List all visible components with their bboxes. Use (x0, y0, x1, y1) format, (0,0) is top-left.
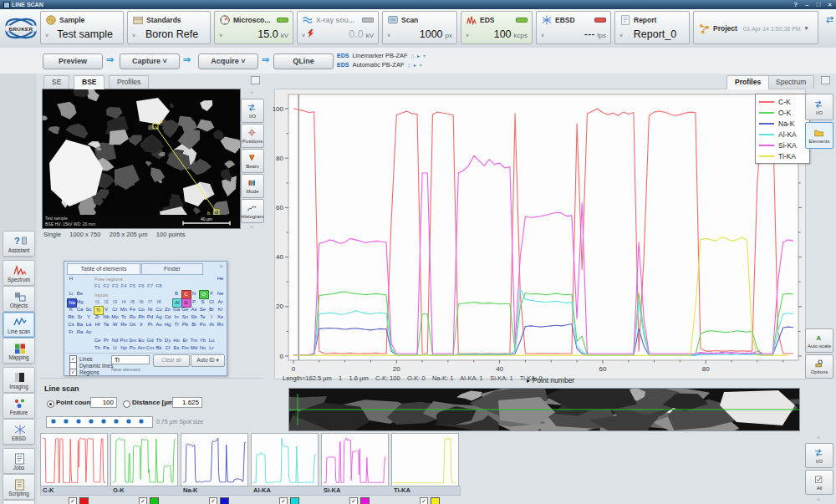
element-cell-Cu[interactable]: Cu (155, 306, 163, 313)
image-tool-beam[interactable]: Beam (241, 149, 264, 173)
method-run-icon[interactable]: ▸ (414, 62, 416, 68)
clear-all-button[interactable]: Clear all (153, 354, 190, 367)
element-cell-Hf[interactable]: Hf (94, 321, 102, 328)
element-cell-F6[interactable]: F6 (137, 283, 145, 290)
element-cell-Pm[interactable]: Pm (120, 337, 128, 344)
element-cell-I[interactable]: I (207, 313, 216, 321)
element-cell-Tm[interactable]: Tm (190, 337, 198, 344)
chevron-down-icon[interactable]: ˅ (541, 33, 544, 38)
thumbnail-checkbox[interactable]: ✓ (139, 497, 147, 504)
element-cell-Cm[interactable]: Cm (146, 344, 155, 352)
element-cell-Zr[interactable]: Zr (94, 313, 102, 321)
element-cell-Ca[interactable]: Ca (76, 306, 84, 313)
element-cell-Pd[interactable]: Pd (146, 313, 155, 321)
image-tool-mode[interactable]: Mode (241, 174, 264, 198)
element-cell-Nd[interactable]: Nd (111, 337, 120, 344)
sidebar-item-assistant[interactable]: ?Assistant (3, 231, 35, 257)
point-count-radio[interactable] (47, 400, 54, 408)
element-cell-I7[interactable]: I7 (146, 298, 155, 306)
element-cell-He[interactable]: He (217, 275, 225, 283)
side-button-io[interactable]: I/O (805, 94, 833, 120)
method-row[interactable]: EDSLinemarker PB-ZAF▯▸▾ (337, 51, 496, 60)
chevron-down-icon[interactable]: ˅ (808, 497, 829, 503)
element-cell-Ar[interactable]: Ar (217, 298, 225, 306)
element-cell-Cs[interactable]: Cs (67, 321, 75, 328)
element-cell-Xe[interactable]: Xe (217, 313, 225, 321)
element-cell-F4[interactable]: F4 (120, 283, 128, 290)
element-cell-Am[interactable]: Am (137, 344, 145, 352)
workflow-button-capture[interactable]: Capture ˅ (120, 53, 180, 69)
element-cell-Sn[interactable]: Sn (181, 313, 190, 321)
sidebar-item-objects[interactable]: Objects (3, 286, 35, 312)
element-cell-Po[interactable]: Po (199, 321, 207, 328)
thumbnail-checkbox[interactable]: ✓ (69, 497, 77, 504)
method-row[interactable]: EDSAutomatic PB-ZAF▯▸▾ (337, 60, 496, 69)
element-cell-Li[interactable]: Li (67, 290, 75, 298)
new-element-input[interactable] (111, 355, 150, 364)
side-button-elements[interactable]: Elements (805, 122, 833, 149)
element-cell-Pr[interactable]: Pr (102, 337, 110, 344)
element-cell-Ag[interactable]: Ag (155, 313, 163, 321)
element-cell-Th[interactable]: Th (94, 344, 102, 352)
element-cell-Fm[interactable]: Fm (181, 344, 190, 352)
element-cell-F8[interactable]: F8 (155, 283, 163, 290)
sidebar-item-imaging[interactable]: Imaging (3, 367, 35, 393)
element-cell-Yb[interactable]: Yb (199, 337, 207, 344)
element-cell-Zn[interactable]: Zn (164, 306, 172, 313)
sidebar-item-spectrum[interactable]: Spectrum (3, 260, 35, 286)
element-cell-W[interactable]: W (111, 321, 120, 328)
element-cell-P[interactable]: P (190, 298, 198, 306)
thumbnail-chart-si-ka[interactable] (321, 433, 389, 486)
element-cell-Bk[interactable]: Bk (155, 344, 163, 352)
linescan-strip-image[interactable] (288, 388, 800, 431)
chevron-down-icon[interactable]: ˅ (387, 33, 390, 38)
element-cell-I3[interactable]: I3 (111, 298, 120, 306)
image-tool-positions[interactable]: Positions (241, 124, 264, 148)
element-cell-In[interactable]: In (172, 313, 181, 321)
thumbnail-chart-ti-ka[interactable] (391, 433, 459, 486)
element-cell-Rn[interactable]: Rn (217, 321, 225, 328)
chevron-down-icon[interactable]: ▾ (805, 25, 808, 32)
toolbar-group-project[interactable]: Project03-Apr-14 1:50:38 PM▾ (693, 11, 818, 44)
element-cell-F2[interactable]: F2 (102, 283, 110, 290)
element-cell-Gd[interactable]: Gd (146, 337, 155, 344)
method-run-icon[interactable]: ▸ (417, 53, 420, 59)
sidebar-item-mapping[interactable]: Mapping (3, 338, 35, 364)
element-cell-Fe[interactable]: Fe (129, 306, 137, 313)
toolbar-group-microscope[interactable]: Microsco...˅15.0kV (214, 11, 293, 44)
distance-radio[interactable] (123, 400, 130, 408)
element-cell-Cr[interactable]: Cr (111, 306, 120, 313)
chevron-down-icon[interactable]: ˅ (219, 33, 222, 38)
checkbox-icon[interactable]: ✓ (69, 369, 77, 376)
chevron-up-icon[interactable]: ˄ (241, 90, 263, 96)
element-cell-H[interactable]: H (67, 275, 75, 283)
chevron-down-icon[interactable]: ˅ (132, 33, 135, 38)
element-cell-B[interactable]: B (172, 290, 181, 298)
tab-se[interactable]: SE (43, 75, 69, 89)
element-cell-S[interactable]: S (199, 298, 207, 306)
element-cell-I6[interactable]: I6 (137, 298, 145, 306)
element-cell-I2[interactable]: I2 (102, 298, 110, 306)
checkbox-regions[interactable]: ✓Regions (69, 369, 99, 376)
restore-button[interactable]: □ (816, 0, 820, 9)
element-cell-F3[interactable]: F3 (111, 283, 120, 290)
close-icon[interactable]: × (219, 262, 223, 270)
sidebar-item-line-scan[interactable]: Line scan (3, 312, 35, 338)
element-cell-Bi[interactable]: Bi (190, 321, 198, 328)
thumbnail-checkbox[interactable]: ✓ (349, 497, 358, 504)
chevron-down-icon[interactable]: ▾ (423, 53, 426, 59)
element-cell-Co[interactable]: Co (137, 306, 145, 313)
element-cell-I1[interactable]: I1 (94, 298, 102, 306)
tab-finder[interactable]: Finder (141, 263, 203, 275)
element-cell-Sb[interactable]: Sb (190, 313, 198, 321)
element-cell-N[interactable]: N (190, 290, 198, 298)
thumbnail-checkbox[interactable]: ✓ (279, 497, 288, 504)
bse-image[interactable]: abTest sampleBSE HV: 15kV WD: 20 mm40 µm (42, 89, 241, 229)
element-cell-Y[interactable]: Y (84, 313, 93, 321)
element-cell-Sm[interactable]: Sm (129, 337, 137, 344)
tab-table-of-elements[interactable]: Table of elements (67, 263, 140, 275)
element-cell-F[interactable]: F (207, 290, 216, 298)
element-cell-Er[interactable]: Er (181, 337, 190, 344)
element-cell-Pu[interactable]: Pu (129, 344, 137, 352)
panel-collapse-icon[interactable] (251, 76, 260, 84)
